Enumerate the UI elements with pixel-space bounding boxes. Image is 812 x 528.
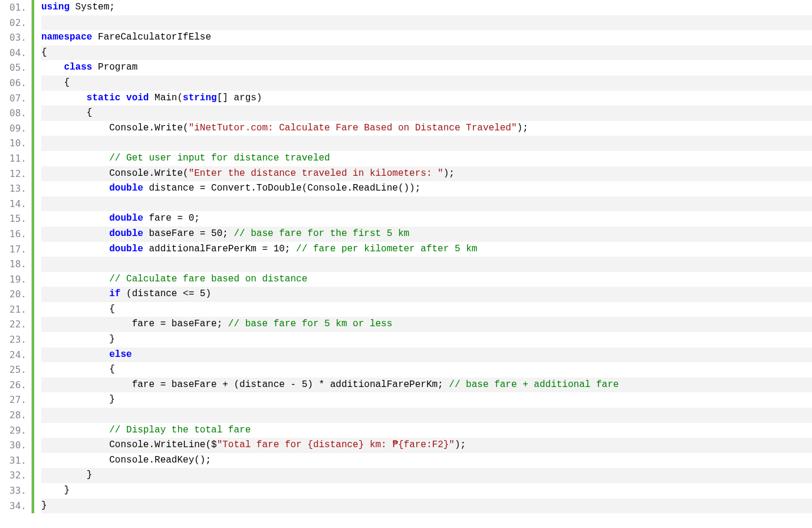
token-pln: } xyxy=(41,500,47,511)
code-line: { xyxy=(41,302,812,317)
line-number: 34. xyxy=(5,499,30,514)
line-number: 18. xyxy=(5,257,30,272)
code-line: { xyxy=(41,45,812,61)
line-number: 21. xyxy=(5,302,30,317)
code-line: namespace FareCalculatorIfElse xyxy=(41,30,812,45)
token-pln xyxy=(41,244,109,254)
token-pln xyxy=(120,93,126,103)
code-line: Console.Write("Enter the distance travel… xyxy=(41,166,812,182)
code-line: // Get user input for distance traveled xyxy=(41,151,812,166)
token-kw: namespace xyxy=(41,32,92,42)
line-number: 16. xyxy=(5,227,30,242)
line-number: 23. xyxy=(5,332,30,347)
token-str: "Total fare for {distance} km: ₱{fare:F2… xyxy=(217,440,455,450)
line-number: 10. xyxy=(5,136,30,151)
code-area[interactable]: using System; namespace FareCalculatorIf… xyxy=(32,0,812,513)
token-kw: void xyxy=(126,93,149,103)
token-str: "iNetTutor.com: Calculate Fare Based on … xyxy=(189,123,517,133)
line-number: 08. xyxy=(5,106,30,121)
token-pln: } xyxy=(41,470,92,480)
token-kw: string xyxy=(183,93,217,103)
token-pln: fare = 0; xyxy=(143,213,200,224)
token-kw: double xyxy=(109,183,143,194)
line-number: 11. xyxy=(5,151,30,166)
token-pln: ); xyxy=(455,440,466,450)
code-line: Console.Write("iNetTutor.com: Calculate … xyxy=(41,121,812,136)
line-number: 32. xyxy=(5,468,30,483)
token-pln: } xyxy=(41,485,70,496)
code-line xyxy=(41,257,812,272)
token-pln: [] args) xyxy=(217,93,262,103)
line-number: 28. xyxy=(5,408,30,423)
line-number: 03. xyxy=(5,30,30,45)
code-line: { xyxy=(41,362,812,378)
token-pln: ); xyxy=(443,168,455,179)
token-pln: } xyxy=(41,334,115,345)
token-pln xyxy=(41,349,109,360)
token-pln: distance = Convert.ToDouble(Console.Read… xyxy=(143,183,420,194)
code-line xyxy=(41,196,812,212)
line-number: 31. xyxy=(5,453,30,468)
code-line: { xyxy=(41,76,812,91)
line-number: 07. xyxy=(5,91,30,106)
token-kw: double xyxy=(109,228,143,239)
token-cmt: // Display the total fare xyxy=(109,425,251,435)
token-pln xyxy=(41,213,109,224)
token-kw: if xyxy=(109,288,120,299)
code-line: double additionalFarePerKm = 10; // fare… xyxy=(41,242,812,257)
line-number: 26. xyxy=(5,378,30,393)
code-line: } xyxy=(41,483,812,499)
line-number: 04. xyxy=(5,45,30,61)
line-number: 15. xyxy=(5,211,30,227)
line-number: 27. xyxy=(5,392,30,408)
token-kw: class xyxy=(64,62,92,73)
token-pln xyxy=(41,288,109,299)
token-pln: Console.ReadKey(); xyxy=(41,455,211,465)
token-pln: fare = baseFare; xyxy=(41,319,228,329)
line-number: 19. xyxy=(5,272,30,287)
line-number: 12. xyxy=(5,166,30,182)
code-line: fare = baseFare + (distance - 5) * addit… xyxy=(41,378,812,393)
line-number: 02. xyxy=(5,15,30,31)
code-line xyxy=(41,136,812,151)
token-kw: double xyxy=(109,244,143,254)
code-line: } xyxy=(41,332,812,347)
token-pln xyxy=(41,228,109,239)
token-pln xyxy=(41,425,109,435)
code-line: using System; xyxy=(41,0,812,15)
token-pln: { xyxy=(41,77,70,88)
code-line: fare = baseFare; // base fare for 5 km o… xyxy=(41,317,812,332)
code-line: Console.WriteLine($"Total fare for {dist… xyxy=(41,438,812,453)
code-line: } xyxy=(41,499,812,514)
code-line: Console.ReadKey(); xyxy=(41,453,812,468)
line-number: 30. xyxy=(5,438,30,453)
line-number: 33. xyxy=(5,483,30,499)
code-line: double distance = Convert.ToDouble(Conso… xyxy=(41,181,812,196)
token-pln: System; xyxy=(70,2,115,12)
token-kw: using xyxy=(41,2,70,12)
token-cmt: // base fare + additional fare xyxy=(449,379,619,390)
token-pln: } xyxy=(41,394,115,405)
line-number: 29. xyxy=(5,423,30,438)
line-number: 25. xyxy=(5,362,30,378)
token-pln xyxy=(41,93,87,103)
token-cmt: // Calculate fare based on distance xyxy=(109,274,307,284)
line-number: 06. xyxy=(5,76,30,91)
token-kw: else xyxy=(109,349,132,360)
code-line: else xyxy=(41,347,812,363)
token-str: "Enter the distance traveled in kilomete… xyxy=(189,168,443,179)
token-pln: { xyxy=(41,47,47,58)
code-viewer: 01.02.03.04.05.06.07.08.09.10.11.12.13.1… xyxy=(0,0,812,513)
code-line: } xyxy=(41,392,812,408)
line-number: 14. xyxy=(5,196,30,212)
line-number: 13. xyxy=(5,181,30,196)
token-pln: FareCalculatorIfElse xyxy=(92,32,211,42)
line-number: 17. xyxy=(5,242,30,257)
code-line: // Display the total fare xyxy=(41,423,812,438)
code-line: } xyxy=(41,468,812,483)
token-pln: Console.Write( xyxy=(41,168,189,179)
code-line: double baseFare = 50; // base fare for t… xyxy=(41,227,812,242)
code-line: { xyxy=(41,106,812,121)
token-pln xyxy=(41,62,64,73)
token-pln: (distance <= 5) xyxy=(120,288,211,299)
